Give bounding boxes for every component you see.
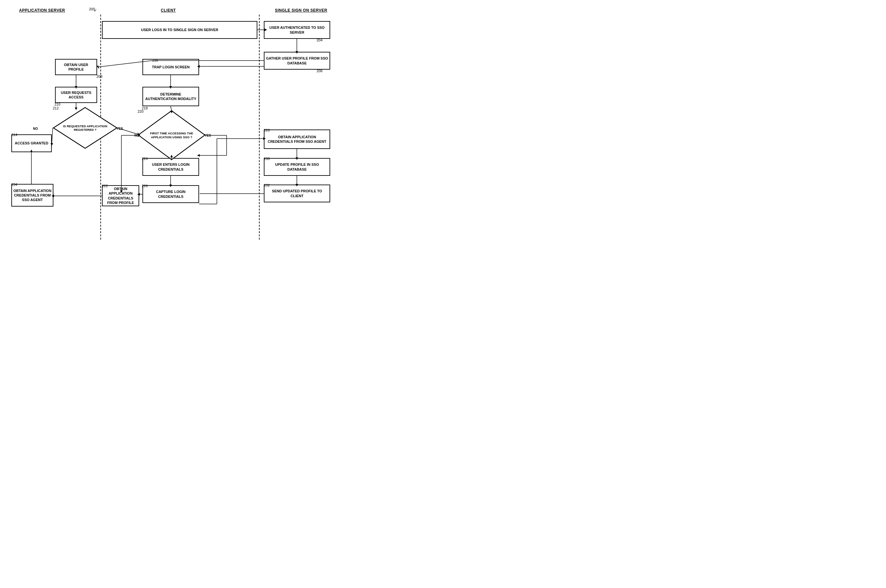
ref-216-label: 216 <box>152 58 158 62</box>
diamond-registered-yes: YES <box>117 127 123 130</box>
box-access-granted: ACCESS GRANTED <box>11 134 52 152</box>
diamond-is-registered: IS REQUESTED APPLICATION REGISTERED ? <box>53 107 117 149</box>
ref-212: 212 <box>53 106 58 110</box>
box-user-authenticated: USER AUTHENTICATED TO SSO SERVER <box>264 21 330 39</box>
box-user-requests-access: USER REQUESTS ACCESS <box>55 87 97 103</box>
diamond-registered-no: NO <box>33 127 38 130</box>
divider-right <box>259 15 259 240</box>
box-send-updated-profile: SEND UPDATED PROFILE TO CLIENT <box>264 184 330 202</box>
ref-234: 234 <box>11 183 17 186</box>
box-obtain-creds-profile: OBTAIN APPLICATION CREDENTIALS FROM PROF… <box>102 185 139 206</box>
diamond-first-time: FIRST TIME ACCESSING THE APPLICATION USI… <box>138 110 205 160</box>
ref-210: 210 <box>54 102 60 106</box>
box-user-logs-in: USER LOGS IN TO SINGLE SIGN ON SERVER <box>102 21 257 39</box>
box-determine-auth: DETERMINE AUTHENTICATION MODALITY <box>142 87 199 106</box>
ref-222: 222 <box>102 184 108 188</box>
diamond-first-time-label: FIRST TIME ACCESSING THE APPLICATION USI… <box>149 117 194 154</box>
diamond-first-time-yes: YES <box>205 134 211 137</box>
diagram-container: 200 ↙ APPLICATION SERVER CLIENT SINGLE S… <box>6 6 349 236</box>
box-obtain-creds-sso-left: OBTAIN APPLICATION CREDENTIALS FROM SSO … <box>11 184 53 207</box>
ref-204: 204 <box>316 38 322 42</box>
ref-208: 208 <box>96 75 102 78</box>
box-gather-profile: GATHER USER PROFILE FROM SSO DATABASE <box>264 52 330 70</box>
app-server-header: APPLICATION SERVER <box>10 8 75 13</box>
ref-232: 232 <box>264 183 270 187</box>
sso-header: SINGLE SIGN ON SERVER <box>259 8 343 13</box>
ref-218: 218 <box>142 106 148 110</box>
box-trap-login: TRAP LOGIN SCREEN <box>142 59 199 75</box>
diamond-first-time-no: NO <box>134 134 139 137</box>
box-update-profile: UPDATE PROFILE IN SSO DATABASE <box>264 158 330 176</box>
box-user-enters-login: USER ENTERS LOGIN CREDENTIALS <box>142 158 199 176</box>
diamond-registered-label: IS REQUESTED APPLICATION REGISTERED ? <box>63 112 108 144</box>
client-header: CLIENT <box>133 8 204 13</box>
ref-226: 226 <box>142 184 148 188</box>
ref-228: 228 <box>264 128 270 132</box>
box-capture-login: CAPTURE LOGIN CREDENTIALS <box>142 185 199 203</box>
ref-214: 214 <box>11 133 17 136</box>
ref-206: 206 <box>316 69 322 73</box>
box-obtain-user-profile: OBTAIN USER PROFILE <box>55 59 97 75</box>
ref-arrow: ↙ <box>94 8 97 12</box>
box-obtain-creds-sso-right: OBTAIN APPLICATION CREDENTIALS FROM SSO … <box>264 129 330 149</box>
ref-230: 230 <box>264 157 270 160</box>
